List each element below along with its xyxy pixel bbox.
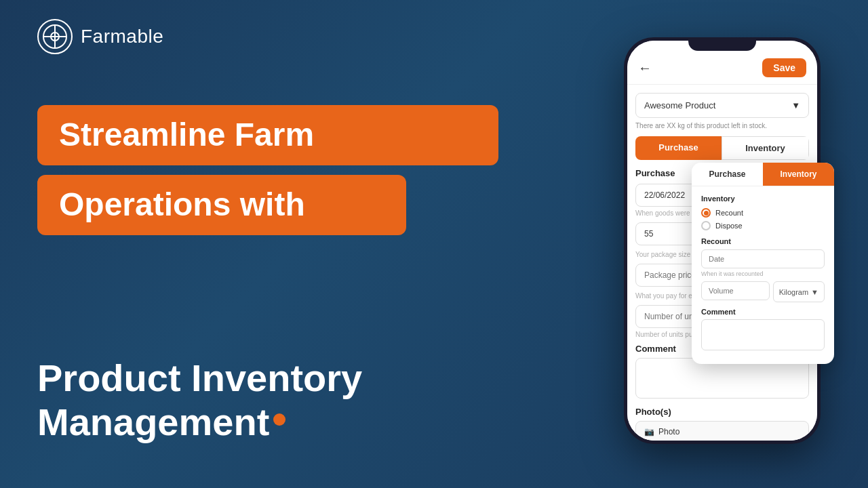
radio-dispose[interactable]: Dispose xyxy=(701,221,825,230)
camera-icon: 📷 xyxy=(644,427,654,436)
radio-recount-dot xyxy=(701,208,711,218)
overlay-date-hint: When it was recounted xyxy=(701,270,825,277)
comment-field[interactable] xyxy=(635,358,809,399)
logo-icon xyxy=(37,19,73,54)
radio-dispose-dot xyxy=(701,221,711,230)
back-button[interactable]: ← xyxy=(638,60,652,76)
phone-wrapper: ← Save Awesome Product ▼ There are XX kg… xyxy=(624,37,827,458)
stock-note: There are XX kg of this product left in … xyxy=(635,122,809,129)
orange-dot xyxy=(273,413,285,426)
radio-group: Recount Dispose xyxy=(701,208,825,230)
photo-button[interactable]: 📷 Photo xyxy=(635,421,809,441)
overlay-inventory-label: Inventory xyxy=(701,195,825,203)
tab-inventory[interactable]: Inventory xyxy=(722,136,809,160)
overlay-tab-inventory[interactable]: Inventory xyxy=(763,163,834,186)
phone-notch xyxy=(688,37,756,51)
overlay-tab-group: Purchase Inventory xyxy=(692,163,834,186)
tab-purchase[interactable]: Purchase xyxy=(635,136,722,160)
overlay-volume-field[interactable] xyxy=(701,281,770,300)
overlay-comment-label: Comment xyxy=(701,308,825,316)
recount-title: Recount xyxy=(701,237,825,245)
phone-tab-group: Purchase Inventory xyxy=(635,136,809,160)
product-selector[interactable]: Awesome Product ▼ xyxy=(635,93,809,118)
save-button[interactable]: Save xyxy=(762,58,806,77)
overlay-tab-purchase[interactable]: Purchase xyxy=(692,163,763,186)
banner-line2: Operations with xyxy=(37,175,406,235)
overlay-body: Inventory Recount Dispose Recount When i… xyxy=(692,195,834,353)
radio-recount[interactable]: Recount xyxy=(701,208,825,218)
bottom-text: Product Inventory Management xyxy=(37,357,362,444)
overlay-comment-field[interactable] xyxy=(701,319,825,350)
overlay-date-field[interactable] xyxy=(701,249,825,268)
logo-text: Farmable xyxy=(81,26,163,47)
overlay-unit-select[interactable]: Kilogram ▼ xyxy=(773,281,825,302)
logo-area: Farmable xyxy=(37,19,163,54)
banner-line1: Streamline Farm xyxy=(37,105,498,165)
left-content: Streamline Farm Operations with xyxy=(37,105,498,245)
overlay-card: Purchase Inventory Inventory Recount Dis… xyxy=(692,163,834,364)
photos-label: Photo(s) xyxy=(635,407,809,417)
overlay-volume-row: Kilogram ▼ xyxy=(701,281,825,302)
